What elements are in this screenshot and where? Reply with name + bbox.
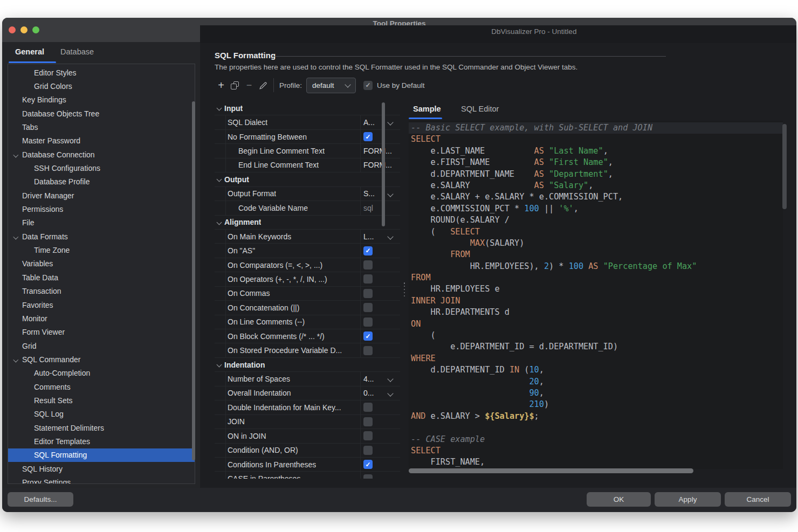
tree-item-sql-log[interactable]: SQL Log xyxy=(8,407,195,421)
tree-item-auto-completion[interactable]: Auto-Completion xyxy=(8,367,195,380)
setting-checkbox[interactable]: ✓ xyxy=(363,132,373,141)
tree-item-proxy-settings[interactable]: Proxy Settings xyxy=(8,475,195,484)
ok-button[interactable]: OK xyxy=(587,492,651,507)
tree-item-database-profile[interactable]: Database Profile xyxy=(8,175,195,189)
settings-row-on-as[interactable]: On "AS"✓ xyxy=(215,244,400,258)
settings-row-on-commas[interactable]: On Commas xyxy=(215,287,400,301)
tree-item-database-objects-tree[interactable]: Database Objects Tree xyxy=(8,107,195,120)
setting-checkbox[interactable]: ✓ xyxy=(363,246,373,255)
copy-profile-icon[interactable] xyxy=(231,81,239,89)
tree-item-variables[interactable]: Variables xyxy=(8,257,195,271)
code-vertical-scrollbar[interactable] xyxy=(782,124,787,209)
settings-scrollbar[interactable] xyxy=(382,102,385,226)
use-by-default-checkbox[interactable]: ✓ xyxy=(363,81,373,90)
settings-section-output[interactable]: Output xyxy=(215,172,400,186)
setting-checkbox[interactable] xyxy=(363,346,373,355)
settings-row-on-in-join[interactable]: ON in JOIN xyxy=(215,429,400,443)
tree-item-editor-templates[interactable]: Editor Templates xyxy=(8,434,195,448)
tab-sample[interactable]: Sample xyxy=(413,105,441,113)
remove-profile-icon[interactable]: − xyxy=(245,80,253,91)
settings-row-no-formatting-between[interactable]: No Formatting Between✓ xyxy=(215,130,400,144)
tree-item-sql-history[interactable]: SQL History xyxy=(8,462,195,475)
tree-item-driver-manager[interactable]: Driver Manager xyxy=(8,189,195,202)
setting-checkbox[interactable] xyxy=(363,260,373,270)
defaults-button[interactable]: Defaults... xyxy=(8,492,73,507)
setting-checkbox[interactable] xyxy=(363,446,373,455)
settings-row-on-concatenation[interactable]: On Concatenation (||) xyxy=(215,301,400,315)
tree-item-editor-styles[interactable]: Editor Styles xyxy=(8,66,195,79)
setting-value[interactable]: A... xyxy=(360,115,400,129)
settings-row-sql-dialect[interactable]: SQL DialectA... xyxy=(215,115,400,129)
tree-item-grid-colors[interactable]: Grid Colors xyxy=(8,79,195,93)
settings-row-condition-and-or[interactable]: Condition (AND, OR) xyxy=(215,444,400,458)
setting-checkbox[interactable] xyxy=(363,274,373,284)
tree-item-monitor[interactable]: Monitor xyxy=(8,312,195,325)
code-horizontal-scrollbar[interactable] xyxy=(409,468,693,473)
settings-row-code-variable-name[interactable]: Code Variable Namesql xyxy=(215,201,400,215)
settings-section-input[interactable]: Input xyxy=(215,101,400,115)
setting-value[interactable]: 4... xyxy=(360,372,400,385)
tree-item-sql-commander[interactable]: SQL Commander xyxy=(8,353,195,366)
tree-scrollbar[interactable] xyxy=(192,101,195,460)
tree-item-key-bindings[interactable]: Key Bindings xyxy=(8,93,195,107)
setting-checkbox[interactable] xyxy=(363,317,373,327)
tree-item-ssh-configurations[interactable]: SSH Configurations xyxy=(8,161,195,175)
settings-row-overall-indentation[interactable]: Overall Indentation0... xyxy=(215,386,400,400)
tree-item-database-connection[interactable]: Database Connection xyxy=(8,148,195,161)
close-window-button[interactable] xyxy=(9,26,16,33)
tree-item-sql-formatting[interactable]: SQL Formatting xyxy=(8,448,195,462)
tree-item-master-password[interactable]: Master Password xyxy=(8,134,195,148)
setting-checkbox[interactable] xyxy=(363,403,373,412)
setting-checkbox[interactable]: ✓ xyxy=(363,331,373,341)
tree-item-statement-delimiters[interactable]: Statement Delimiters xyxy=(8,421,195,434)
tab-general[interactable]: General xyxy=(15,47,44,56)
profile-select[interactable]: default xyxy=(306,78,356,93)
settings-row-end-line-comment-text[interactable]: End Line Comment TextFORM... xyxy=(215,158,400,172)
settings-row-begin-line-comment-text[interactable]: Begin Line Comment TextFORM... xyxy=(215,144,400,158)
tree-item-table-data[interactable]: Table Data xyxy=(8,271,195,284)
tree-item-comments[interactable]: Comments xyxy=(8,380,195,393)
tree-item-grid[interactable]: Grid xyxy=(8,339,195,353)
setting-value[interactable]: L... xyxy=(360,230,400,243)
setting-checkbox[interactable] xyxy=(363,474,373,479)
tree-item-transaction[interactable]: Transaction xyxy=(8,285,195,298)
settings-row-join[interactable]: JOIN xyxy=(215,415,400,429)
add-profile-icon[interactable]: + xyxy=(217,79,225,92)
setting-checkbox[interactable] xyxy=(363,431,373,440)
settings-section-alignment[interactable]: Alignment xyxy=(215,216,400,230)
tree-item-permissions[interactable]: Permissions xyxy=(8,202,195,216)
settings-row-on-operators-in[interactable]: On Operators (+, -, *, /, IN, ...) xyxy=(215,272,400,286)
tree-item-result-sets[interactable]: Result Sets xyxy=(8,393,195,407)
minimize-window-button[interactable] xyxy=(20,26,27,33)
settings-row-on-block-comments[interactable]: On Block Comments (/* ... */)✓ xyxy=(215,329,400,343)
settings-row-on-stored-procedure-variable-d[interactable]: On Stored Procedure Variable D... xyxy=(215,343,400,357)
edit-profile-icon[interactable] xyxy=(258,80,268,90)
tab-database[interactable]: Database xyxy=(60,47,94,56)
tree-item-time-zone[interactable]: Time Zone xyxy=(8,243,195,257)
setting-value[interactable]: S... xyxy=(360,187,400,201)
tree-item-tabs[interactable]: Tabs xyxy=(8,120,195,134)
setting-checkbox[interactable] xyxy=(363,303,373,312)
settings-row-on-main-keywords[interactable]: On Main KeywordsL... xyxy=(215,230,400,244)
settings-row-double-indentation-for-main-key[interactable]: Double Indentation for Main Key... xyxy=(215,400,400,414)
cancel-button[interactable]: Cancel xyxy=(725,492,791,507)
tree-item-data-formats[interactable]: Data Formats xyxy=(8,230,195,243)
setting-checkbox[interactable] xyxy=(363,417,373,426)
tree-item-favorites[interactable]: Favorites xyxy=(8,298,195,312)
setting-checkbox[interactable]: ✓ xyxy=(363,460,373,469)
settings-row-on-comparators[interactable]: On Comparators (=, <, >, ...) xyxy=(215,258,400,272)
settings-row-case-in-parentheses[interactable]: CASE in Parentheses xyxy=(215,472,400,479)
settings-row-output-format[interactable]: Output FormatS... xyxy=(215,187,400,201)
settings-row-conditions-in-parentheses[interactable]: Conditions In Parentheses✓ xyxy=(215,458,400,472)
settings-row-number-of-spaces[interactable]: Number of Spaces4... xyxy=(215,372,400,386)
settings-section-indentation[interactable]: Indentation xyxy=(215,358,400,372)
setting-value[interactable]: 0... xyxy=(360,386,400,400)
setting-checkbox[interactable] xyxy=(363,289,373,298)
tree-item-form-viewer[interactable]: Form Viewer xyxy=(8,326,195,339)
tab-sql-editor[interactable]: SQL Editor xyxy=(461,105,499,113)
zoom-window-button[interactable] xyxy=(32,26,39,33)
tree-item-file[interactable]: File xyxy=(8,216,195,230)
apply-button[interactable]: Apply xyxy=(655,492,721,507)
settings-row-on-line-comments[interactable]: On Line Comments (--) xyxy=(215,315,400,329)
panel-splitter-handle[interactable] xyxy=(402,282,407,296)
